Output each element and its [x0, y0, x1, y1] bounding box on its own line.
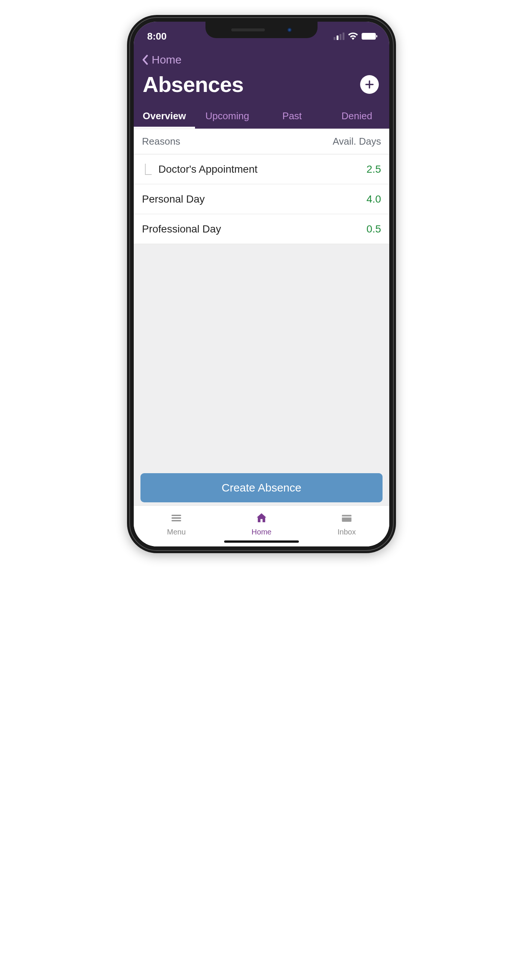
row-reason: Personal Day	[142, 192, 205, 205]
row-value: 0.5	[366, 223, 381, 235]
create-button-wrap: Create Absence	[134, 468, 389, 505]
nav-label: Home	[251, 528, 271, 536]
table-header: Reasons Avail. Days	[134, 129, 389, 154]
row-reason: Doctor's Appointment	[142, 162, 258, 176]
row-value: 4.0	[366, 193, 381, 205]
phone-frame: 8:00 Home Absences OverviewUpcomingPastD…	[127, 15, 396, 553]
tab-overview[interactable]: Overview	[134, 106, 195, 129]
inbox-icon	[340, 512, 354, 526]
row-reason: Professional Day	[142, 223, 221, 235]
table-row[interactable]: Doctor's Appointment2.5	[134, 154, 389, 184]
col-header-reason: Reasons	[142, 136, 180, 147]
col-header-value: Avail. Days	[332, 136, 381, 147]
wifi-icon	[348, 32, 358, 40]
back-label: Home	[152, 53, 181, 66]
create-absence-button[interactable]: Create Absence	[140, 473, 383, 502]
row-value: 2.5	[366, 163, 381, 175]
nav-inbox[interactable]: Inbox	[304, 506, 389, 542]
back-button[interactable]: Home	[134, 49, 389, 70]
home-icon	[254, 512, 269, 526]
plus-icon	[364, 79, 375, 90]
tab-denied[interactable]: Denied	[324, 106, 389, 129]
tab-past[interactable]: Past	[260, 106, 324, 129]
home-indicator[interactable]	[224, 541, 299, 543]
nav-label: Menu	[167, 528, 186, 536]
screen: 8:00 Home Absences OverviewUpcomingPastD…	[134, 22, 389, 546]
chevron-left-icon	[141, 54, 149, 65]
table-row[interactable]: Personal Day4.0	[134, 184, 389, 214]
page-title: Absences	[143, 72, 243, 97]
add-absence-button[interactable]	[360, 75, 379, 94]
title-row: Absences	[134, 70, 389, 100]
nav-menu[interactable]: Menu	[134, 506, 219, 542]
speaker-slot	[231, 29, 265, 32]
nav-label: Inbox	[338, 528, 356, 536]
nav-home[interactable]: Home	[219, 506, 304, 542]
tabs: OverviewUpcomingPastDenied	[134, 100, 389, 129]
menu-icon	[169, 512, 183, 526]
content-area: Reasons Avail. Days Doctor's Appointment…	[134, 129, 389, 546]
tab-upcoming[interactable]: Upcoming	[195, 106, 260, 129]
front-camera	[287, 28, 292, 32]
table-row[interactable]: Professional Day0.5	[134, 214, 389, 244]
battery-icon	[362, 33, 376, 40]
status-time: 8:00	[147, 31, 167, 42]
table-body: Doctor's Appointment2.5Personal Day4.0Pr…	[134, 154, 389, 244]
spacer	[134, 244, 389, 468]
notch	[205, 22, 318, 38]
cellular-signal-icon	[334, 32, 345, 40]
status-indicators	[334, 32, 376, 40]
